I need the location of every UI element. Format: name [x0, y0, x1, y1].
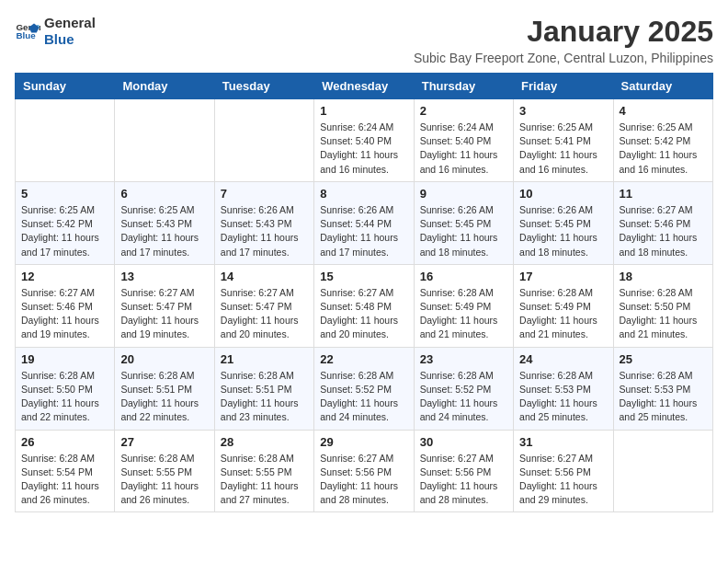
calendar-cell: 3Sunrise: 6:25 AM Sunset: 5:41 PM Daylig…: [514, 99, 613, 182]
weekday-header-friday: Friday: [514, 74, 613, 99]
day-number: 26: [21, 435, 108, 449]
day-info: Sunrise: 6:26 AM Sunset: 5:45 PM Dayligh…: [519, 203, 607, 259]
day-number: 16: [420, 270, 507, 283]
day-info: Sunrise: 6:26 AM Sunset: 5:45 PM Dayligh…: [420, 203, 507, 259]
month-title: January 2025: [96, 15, 713, 49]
day-number: 9: [420, 187, 507, 201]
weekday-header-monday: Monday: [115, 74, 214, 99]
calendar-cell: 5Sunrise: 6:25 AM Sunset: 5:42 PM Daylig…: [16, 181, 115, 264]
day-info: Sunrise: 6:28 AM Sunset: 5:55 PM Dayligh…: [120, 452, 208, 508]
calendar-cell: 26Sunrise: 6:28 AM Sunset: 5:54 PM Dayli…: [16, 430, 115, 512]
logo-line2: Blue: [44, 31, 96, 48]
day-number: 31: [519, 435, 607, 449]
day-info: Sunrise: 6:28 AM Sunset: 5:55 PM Dayligh…: [221, 452, 308, 508]
day-number: 25: [620, 352, 707, 366]
calendar-cell: 13Sunrise: 6:27 AM Sunset: 5:47 PM Dayli…: [115, 264, 214, 347]
day-info: Sunrise: 6:27 AM Sunset: 5:47 PM Dayligh…: [120, 286, 208, 342]
calendar-cell: 10Sunrise: 6:26 AM Sunset: 5:45 PM Dayli…: [514, 181, 613, 264]
day-number: 15: [320, 270, 407, 283]
day-number: 17: [519, 270, 607, 283]
calendar-cell: 23Sunrise: 6:28 AM Sunset: 5:52 PM Dayli…: [414, 347, 513, 430]
logo: General Blue General Blue: [15, 15, 96, 48]
day-number: 7: [221, 187, 308, 201]
day-info: Sunrise: 6:28 AM Sunset: 5:50 PM Dayligh…: [21, 369, 108, 425]
day-number: 27: [120, 435, 208, 449]
weekday-header-tuesday: Tuesday: [214, 74, 313, 99]
calendar-cell: 21Sunrise: 6:28 AM Sunset: 5:51 PM Dayli…: [214, 347, 313, 430]
page-header: General Blue General Blue January 2025 S…: [15, 15, 713, 65]
calendar-week-4: 19Sunrise: 6:28 AM Sunset: 5:50 PM Dayli…: [16, 347, 713, 430]
calendar-cell: 28Sunrise: 6:28 AM Sunset: 5:55 PM Dayli…: [214, 430, 313, 512]
day-info: Sunrise: 6:24 AM Sunset: 5:40 PM Dayligh…: [320, 121, 407, 177]
day-number: 5: [21, 187, 108, 201]
day-info: Sunrise: 6:27 AM Sunset: 5:56 PM Dayligh…: [320, 452, 407, 508]
day-number: 28: [221, 435, 308, 449]
day-number: 1: [320, 104, 407, 118]
day-number: 14: [221, 270, 308, 283]
calendar-cell: 12Sunrise: 6:27 AM Sunset: 5:46 PM Dayli…: [16, 264, 115, 347]
calendar-cell: 15Sunrise: 6:27 AM Sunset: 5:48 PM Dayli…: [314, 264, 414, 347]
day-info: Sunrise: 6:25 AM Sunset: 5:43 PM Dayligh…: [120, 203, 208, 259]
day-number: 18: [620, 270, 707, 283]
calendar-cell: [16, 99, 115, 182]
calendar-header-row: SundayMondayTuesdayWednesdayThursdayFrid…: [16, 74, 713, 99]
day-info: Sunrise: 6:28 AM Sunset: 5:52 PM Dayligh…: [420, 369, 507, 425]
day-number: 21: [221, 352, 308, 366]
calendar-cell: 16Sunrise: 6:28 AM Sunset: 5:49 PM Dayli…: [414, 264, 513, 347]
day-info: Sunrise: 6:27 AM Sunset: 5:56 PM Dayligh…: [420, 452, 507, 508]
day-info: Sunrise: 6:28 AM Sunset: 5:52 PM Dayligh…: [320, 369, 407, 425]
calendar-cell: 19Sunrise: 6:28 AM Sunset: 5:50 PM Dayli…: [16, 347, 115, 430]
day-number: 20: [120, 352, 208, 366]
calendar-cell: 8Sunrise: 6:26 AM Sunset: 5:44 PM Daylig…: [314, 181, 414, 264]
day-info: Sunrise: 6:27 AM Sunset: 5:48 PM Dayligh…: [320, 286, 407, 342]
day-info: Sunrise: 6:24 AM Sunset: 5:40 PM Dayligh…: [420, 121, 507, 177]
day-number: 13: [120, 270, 208, 283]
calendar-cell: 25Sunrise: 6:28 AM Sunset: 5:53 PM Dayli…: [613, 347, 712, 430]
calendar-cell: 31Sunrise: 6:27 AM Sunset: 5:56 PM Dayli…: [514, 430, 613, 512]
calendar-cell: 2Sunrise: 6:24 AM Sunset: 5:40 PM Daylig…: [414, 99, 513, 182]
calendar-cell: 24Sunrise: 6:28 AM Sunset: 5:53 PM Dayli…: [514, 347, 613, 430]
location-subtitle: Subic Bay Freeport Zone, Central Luzon, …: [96, 51, 713, 65]
logo-icon: General Blue: [15, 18, 40, 44]
calendar-cell: 7Sunrise: 6:26 AM Sunset: 5:43 PM Daylig…: [214, 181, 313, 264]
weekday-header-thursday: Thursday: [414, 74, 513, 99]
calendar-cell: 4Sunrise: 6:25 AM Sunset: 5:42 PM Daylig…: [613, 99, 712, 182]
title-section: January 2025 Subic Bay Freeport Zone, Ce…: [96, 15, 713, 65]
day-info: Sunrise: 6:27 AM Sunset: 5:46 PM Dayligh…: [21, 286, 108, 342]
day-info: Sunrise: 6:28 AM Sunset: 5:49 PM Dayligh…: [519, 286, 607, 342]
calendar-table: SundayMondayTuesdayWednesdayThursdayFrid…: [15, 73, 713, 512]
day-info: Sunrise: 6:27 AM Sunset: 5:47 PM Dayligh…: [221, 286, 308, 342]
day-info: Sunrise: 6:28 AM Sunset: 5:53 PM Dayligh…: [519, 369, 607, 425]
calendar-cell: 11Sunrise: 6:27 AM Sunset: 5:46 PM Dayli…: [613, 181, 712, 264]
calendar-cell: 17Sunrise: 6:28 AM Sunset: 5:49 PM Dayli…: [514, 264, 613, 347]
day-info: Sunrise: 6:25 AM Sunset: 5:42 PM Dayligh…: [620, 121, 707, 177]
day-number: 2: [420, 104, 507, 118]
day-info: Sunrise: 6:28 AM Sunset: 5:49 PM Dayligh…: [420, 286, 507, 342]
weekday-header-saturday: Saturday: [613, 74, 712, 99]
day-info: Sunrise: 6:28 AM Sunset: 5:51 PM Dayligh…: [120, 369, 208, 425]
day-info: Sunrise: 6:27 AM Sunset: 5:56 PM Dayligh…: [519, 452, 607, 508]
day-number: 11: [620, 187, 707, 201]
calendar-cell: 27Sunrise: 6:28 AM Sunset: 5:55 PM Dayli…: [115, 430, 214, 512]
day-info: Sunrise: 6:28 AM Sunset: 5:54 PM Dayligh…: [21, 452, 108, 508]
calendar-week-5: 26Sunrise: 6:28 AM Sunset: 5:54 PM Dayli…: [16, 430, 713, 512]
calendar-cell: 30Sunrise: 6:27 AM Sunset: 5:56 PM Dayli…: [414, 430, 513, 512]
day-info: Sunrise: 6:28 AM Sunset: 5:53 PM Dayligh…: [620, 369, 707, 425]
day-info: Sunrise: 6:25 AM Sunset: 5:42 PM Dayligh…: [21, 203, 108, 259]
day-number: 19: [21, 352, 108, 366]
calendar-cell: [214, 99, 313, 182]
day-number: 12: [21, 270, 108, 283]
day-number: 3: [519, 104, 607, 118]
calendar-cell: [613, 430, 712, 512]
calendar-week-2: 5Sunrise: 6:25 AM Sunset: 5:42 PM Daylig…: [16, 181, 713, 264]
calendar-cell: 14Sunrise: 6:27 AM Sunset: 5:47 PM Dayli…: [214, 264, 313, 347]
day-number: 22: [320, 352, 407, 366]
calendar-cell: 22Sunrise: 6:28 AM Sunset: 5:52 PM Dayli…: [314, 347, 414, 430]
day-info: Sunrise: 6:28 AM Sunset: 5:51 PM Dayligh…: [221, 369, 308, 425]
calendar-cell: 1Sunrise: 6:24 AM Sunset: 5:40 PM Daylig…: [314, 99, 414, 182]
day-number: 24: [519, 352, 607, 366]
calendar-cell: 9Sunrise: 6:26 AM Sunset: 5:45 PM Daylig…: [414, 181, 513, 264]
calendar-cell: 6Sunrise: 6:25 AM Sunset: 5:43 PM Daylig…: [115, 181, 214, 264]
weekday-header-sunday: Sunday: [16, 74, 115, 99]
day-number: 6: [120, 187, 208, 201]
